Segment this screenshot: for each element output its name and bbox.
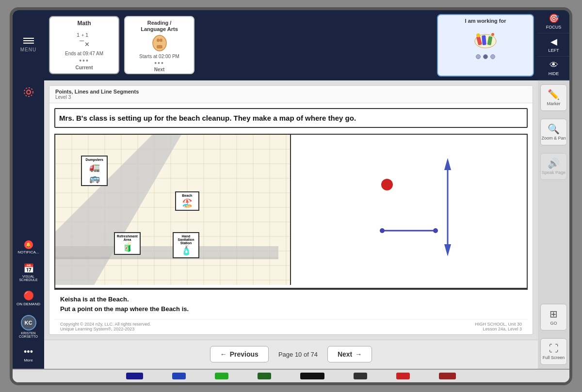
svg-rect-8: [157, 45, 162, 48]
next-label: Next: [338, 350, 352, 358]
more-item[interactable]: ••• More: [15, 345, 42, 365]
marker-icon: ✏️: [548, 89, 560, 100]
svg-point-15: [491, 33, 494, 36]
lesson-body: Mrs. B's class is setting up for the bea…: [49, 103, 533, 334]
fullscreen-icon: ⛶: [549, 343, 559, 354]
lesson-level: Level 3: [55, 94, 527, 100]
svg-point-14: [476, 33, 480, 37]
lesson-question: Mrs. B's class is setting up for the bea…: [54, 108, 528, 128]
marker-green[interactable]: [215, 373, 228, 379]
schedule-cards: Math 1 + 1 ─ ✕ Ends at 09:47 AM ••• Curr…: [44, 10, 433, 80]
avatar: KC: [21, 315, 36, 330]
copyright-text: Copyright © 2024 n2y, LLC. All rights re…: [60, 322, 151, 331]
marker-bar: [13, 369, 569, 382]
next-class-time: Starts at 02:00 PM: [139, 54, 179, 59]
marker-darkgray[interactable]: [354, 373, 367, 379]
marker-darkblue[interactable]: [126, 373, 143, 379]
next-class-card[interactable]: Reading / Language Arts Starts at 02:00 …: [124, 16, 194, 74]
current-class-time: Ends at 09:47 AM: [65, 51, 103, 56]
next-button[interactable]: Next →: [327, 346, 372, 362]
math-icon: 1 + 1 ─ ✕: [73, 27, 96, 50]
left-sidebar: 🔔 NOTIFICA... 📅 VISUAL SCHEDULE 🔴 ON DEM…: [13, 80, 44, 369]
visual-schedule-icon: 📅: [23, 263, 34, 274]
marker-black[interactable]: [300, 373, 324, 379]
lesson-content-grid: Dumpsters 🚛 🚌 Beach 🏖️ Re: [54, 134, 528, 289]
on-demand-label: ON DEMAND: [16, 302, 40, 306]
focus-icon: 🎯: [549, 13, 559, 24]
more-icon: •••: [24, 347, 33, 357]
lesson-header: Points, Lines and Line Segments Level 3: [49, 86, 533, 103]
hamburger-icon: [23, 38, 34, 44]
svg-point-26: [380, 228, 385, 233]
speak-page-button[interactable]: 🔊 Speak Page: [540, 153, 567, 180]
map-panel[interactable]: Dumpsters 🚛 🚌 Beach 🏖️ Re: [55, 135, 291, 285]
working-for-image: [469, 26, 502, 52]
menu-button[interactable]: MENU: [13, 10, 44, 80]
current-class-card[interactable]: Math 1 + 1 ─ ✕ Ends at 09:47 AM ••• Curr…: [49, 16, 119, 74]
dot-1: [476, 54, 481, 59]
svg-text:✕: ✕: [84, 41, 90, 48]
next-class-title: Reading / Language Arts: [141, 20, 178, 32]
marker-blue[interactable]: [172, 373, 186, 379]
user-name-label: KRISTEN CORSETTO: [16, 331, 41, 338]
working-for-title: I am working for: [465, 18, 506, 24]
current-badge: Current: [75, 65, 93, 70]
marker-darkgreen[interactable]: [258, 373, 271, 379]
visual-schedule-label: VISUAL SCHEDULE: [16, 275, 41, 282]
svg-point-24: [381, 179, 393, 190]
previous-button[interactable]: ← Previous: [210, 346, 269, 362]
answer-section: Keisha is at the Beach. Put a point on t…: [54, 289, 528, 320]
zoom-pan-button[interactable]: 🔍 Zoom & Pan: [540, 119, 567, 145]
previous-label: Previous: [230, 350, 259, 358]
hide-icon: 👁: [550, 60, 558, 70]
lesson-frame: Points, Lines and Line Segments Level 3 …: [49, 85, 533, 335]
on-demand-icon: 🔴: [23, 290, 34, 301]
answer-line2: Put a point on the map where the Beach i…: [60, 304, 522, 314]
school-info: HIGH SCHOOL, Unit 30 Lesson 24a, Level 3: [475, 322, 522, 331]
left-icon: ◀: [550, 36, 557, 47]
dot-3: [490, 54, 495, 59]
svg-text:1: 1: [85, 32, 88, 38]
lesson-footer: Copyright © 2024 n2y, LLC. All rights re…: [54, 319, 528, 333]
left-button[interactable]: ◀ LEFT: [538, 33, 569, 57]
notifications-label: NOTIFICA...: [18, 250, 39, 254]
user-avatar-item[interactable]: KC KRISTEN CORSETTO: [15, 313, 42, 341]
beach-label: Beach 🏖️: [175, 191, 199, 211]
right-tools: ✏️ Marker 🔍 Zoom & Pan 🔊 Speak Page ⊞ GO…: [538, 80, 569, 369]
notification-badge: 🔔: [24, 240, 33, 249]
speak-icon: 🔊: [548, 157, 560, 169]
focus-button[interactable]: 🎯 FOCUS: [538, 10, 569, 33]
next-card-dots: •••: [154, 59, 164, 67]
svg-point-7: [160, 39, 162, 42]
go-button[interactable]: ⊞ GO: [540, 304, 567, 330]
svg-point-6: [157, 39, 160, 42]
layers-icon: ⊞: [550, 308, 558, 320]
more-label: More: [24, 358, 32, 362]
svg-point-5: [153, 35, 166, 51]
sanitation-label: HandSanitationStation 🧴: [173, 232, 199, 258]
diagram-panel: [291, 135, 527, 288]
menu-label: MENU: [20, 47, 36, 52]
right-panel: 🎯 FOCUS ◀ LEFT 👁 HIDE: [538, 10, 569, 80]
answer-line1: Keisha is at the Beach.: [60, 295, 522, 305]
svg-point-16: [27, 90, 31, 94]
hide-button[interactable]: 👁 HIDE: [538, 57, 569, 80]
svg-rect-21: [55, 246, 278, 257]
working-for-dots: [476, 54, 495, 59]
dot-2: [483, 54, 488, 59]
marker-button[interactable]: ✏️ Marker: [540, 84, 567, 111]
settings-icon-item[interactable]: [15, 84, 42, 100]
device-frame: MENU Math 1 + 1 ─ ✕ Ends at 09:47 AM •••: [10, 7, 572, 385]
svg-rect-22: [55, 257, 278, 259]
visual-schedule-item[interactable]: 📅 VISUAL SCHEDULE: [15, 261, 42, 284]
on-demand-item[interactable]: 🔴 ON DEMAND: [15, 288, 42, 309]
svg-marker-30: [444, 244, 451, 256]
marker-darkred[interactable]: [439, 373, 456, 379]
fullscreen-button[interactable]: ⛶ Full Screen: [540, 338, 567, 365]
lesson-title: Points, Lines and Line Segments: [55, 89, 527, 94]
zoom-icon: 🔍: [548, 123, 560, 135]
main-area: 🔔 NOTIFICA... 📅 VISUAL SCHEDULE 🔴 ON DEM…: [13, 80, 569, 369]
marker-red[interactable]: [396, 373, 410, 379]
notifications-item[interactable]: 🔔 NOTIFICA...: [15, 238, 42, 257]
current-class-title: Math: [78, 20, 91, 27]
